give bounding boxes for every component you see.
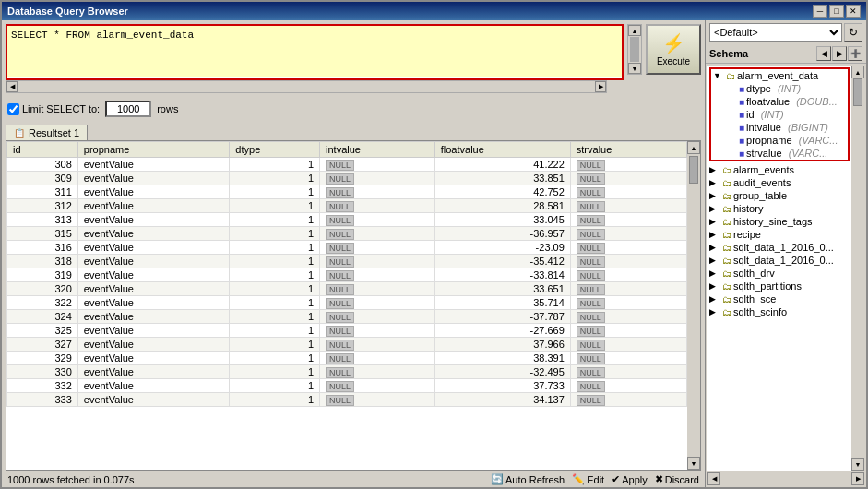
table-scroll-down[interactable]: ▼	[687, 457, 700, 470]
apply-action[interactable]: ✔ Apply	[612, 473, 648, 485]
table-label: sqlt_data_1_2016_0...	[733, 242, 834, 253]
tree-col-intvalue[interactable]: ■intvalue (BIGINT)	[724, 121, 848, 134]
tree-col-dtype[interactable]: ■dtype (INT)	[724, 82, 848, 95]
cell-propname: eventValue	[77, 213, 230, 227]
cell-id: 313	[7, 213, 78, 227]
query-input[interactable]	[7, 26, 622, 77]
schema-scroll-right[interactable]: ▶	[851, 472, 864, 485]
tree-table-sqlth_partitions[interactable]: ▶🗂sqlth_partitions	[707, 280, 851, 292]
tree-table-history_sine_tags[interactable]: ▶🗂history_sine_tags	[707, 215, 851, 228]
table-row[interactable]: 320eventValue1NULL33.651NULL	[7, 282, 687, 296]
schema-scroll-left[interactable]: ◀	[707, 472, 720, 485]
cell-floatvalue: 33.651	[434, 282, 570, 296]
table-scroll-up[interactable]: ▲	[687, 141, 700, 154]
cell-strvalue: NULL	[570, 296, 686, 310]
null-badge: NULL	[326, 187, 354, 198]
table-scroll[interactable]: id propname dtype intvalue floatvalue st…	[6, 141, 687, 470]
cell-floatvalue: 38.391	[434, 352, 570, 365]
tree-table-sqlth_drv[interactable]: ▶🗂sqlth_drv	[707, 267, 851, 280]
table-row[interactable]: 319eventValue1NULL-33.814NULL	[7, 268, 687, 282]
null-badge: NULL	[326, 243, 354, 254]
window-controls: ─ □ ✕	[813, 5, 861, 18]
table-row[interactable]: 308eventValue1NULL41.222NULL	[7, 158, 687, 172]
auto-refresh-action[interactable]: 🔄 Auto Refresh	[491, 473, 565, 485]
col-header-id: id	[7, 142, 78, 158]
limit-checkbox[interactable]	[7, 103, 19, 115]
schema-add-button[interactable]: ➕	[848, 46, 862, 61]
cell-strvalue: NULL	[570, 365, 686, 379]
minimize-button[interactable]: ─	[813, 5, 827, 18]
table-label: group_table	[733, 190, 787, 201]
schema-scroll-down[interactable]: ▼	[851, 458, 864, 471]
cell-strvalue: NULL	[570, 282, 686, 296]
table-row[interactable]: 325eventValue1NULL-27.669NULL	[7, 324, 687, 338]
alarm-event-data-group: ▼ 🗂 alarm_event_data ■dtype (INT) ■float…	[709, 67, 850, 161]
table-label: sqlth_scinfo	[733, 306, 787, 317]
vscroll-down-arrow[interactable]: ▼	[628, 63, 641, 74]
table-row[interactable]: 316eventValue1NULL-23.09NULL	[7, 241, 687, 255]
limit-checkbox-label[interactable]: Limit SELECT to:	[7, 103, 100, 115]
schema-scroll-up[interactable]: ▲	[851, 66, 864, 78]
schema-prev-button[interactable]: ◀	[816, 46, 831, 61]
limit-value-input[interactable]	[105, 101, 151, 117]
null-badge: NULL	[326, 215, 354, 226]
discard-icon: ✖	[655, 473, 663, 485]
cell-dtype: 1	[230, 282, 320, 296]
null-badge: NULL	[577, 284, 605, 295]
tree-table-sqlt_data_1_2016_0___[interactable]: ▶🗂sqlt_data_1_2016_0...	[707, 254, 851, 267]
cell-strvalue: NULL	[570, 241, 686, 255]
cell-strvalue: NULL	[570, 227, 686, 241]
table-row[interactable]: 333eventValue1NULL34.137NULL	[7, 393, 687, 407]
tree-col-floatvalue[interactable]: ■floatvalue (DOUB...	[724, 95, 848, 108]
execute-button[interactable]: ⚡ Execute	[646, 24, 701, 75]
maximize-button[interactable]: □	[829, 5, 844, 18]
table-row[interactable]: 322eventValue1NULL-35.714NULL	[7, 296, 687, 310]
hscroll-left-arrow[interactable]: ◀	[6, 81, 18, 92]
table-row[interactable]: 332eventValue1NULL37.733NULL	[7, 379, 687, 393]
table-row[interactable]: 311eventValue1NULL42.752NULL	[7, 185, 687, 199]
tree-table-group_table[interactable]: ▶🗂group_table	[707, 189, 851, 202]
status-bar: 1000 rows fetched in 0.077s 🔄 Auto Refre…	[2, 471, 705, 487]
query-box-wrapper: ◀ ▶ ▲ ▼	[6, 24, 701, 93]
cell-intvalue: NULL	[320, 213, 435, 227]
close-button[interactable]: ✕	[846, 5, 861, 18]
table-row[interactable]: 318eventValue1NULL-35.412NULL	[7, 255, 687, 268]
table-icon: 🗂	[722, 256, 731, 266]
tree-table-recipe[interactable]: ▶🗂recipe	[707, 228, 851, 241]
tree-col-strvalue[interactable]: ■strvalue (VARC...	[724, 147, 848, 160]
table-row[interactable]: 312eventValue1NULL28.581NULL	[7, 199, 687, 213]
table-row[interactable]: 315eventValue1NULL-36.957NULL	[7, 227, 687, 241]
cell-propname: eventValue	[77, 268, 230, 282]
table-row[interactable]: 313eventValue1NULL-33.045NULL	[7, 213, 687, 227]
auto-refresh-icon: 🔄	[491, 473, 504, 485]
cell-dtype: 1	[230, 172, 320, 185]
tree-col-propname[interactable]: ■propname (VARC...	[724, 134, 848, 147]
tree-table-sqlt_data_1_2016_0___[interactable]: ▶🗂sqlt_data_1_2016_0...	[707, 241, 851, 254]
schema-dropdown[interactable]: <Default>	[709, 23, 842, 42]
tree-table-sqlth_sce[interactable]: ▶🗂sqlth_sce	[707, 292, 851, 305]
tree-table-sqlth_scinfo[interactable]: ▶🗂sqlth_scinfo	[707, 305, 851, 318]
schema-toolbar: Schema ◀ ▶ ➕	[706, 44, 866, 64]
tree-table-history[interactable]: ▶🗂history	[707, 202, 851, 215]
tree-table-alarm_events[interactable]: ▶🗂alarm_events	[707, 163, 851, 176]
schema-next-button[interactable]: ▶	[832, 46, 847, 61]
table-row[interactable]: 327eventValue1NULL37.966NULL	[7, 338, 687, 352]
result-tab[interactable]: 📋 Resultset 1	[6, 125, 88, 140]
schema-refresh-button[interactable]: ↻	[844, 23, 862, 42]
discard-action[interactable]: ✖ Discard	[655, 473, 699, 485]
tree-item-alarm-event-data[interactable]: ▼ 🗂 alarm_event_data	[711, 69, 848, 82]
vscroll-up-arrow[interactable]: ▲	[628, 25, 641, 36]
edit-action[interactable]: ✏️ Edit	[572, 473, 604, 485]
table-row[interactable]: 309eventValue1NULL33.851NULL	[7, 172, 687, 185]
hscroll-right-arrow[interactable]: ▶	[595, 81, 606, 92]
table-row[interactable]: 324eventValue1NULL-37.787NULL	[7, 310, 687, 324]
tree-col-id[interactable]: ■id (INT)	[724, 108, 848, 121]
tree-table-audit_events[interactable]: ▶🗂audit_events	[707, 176, 851, 189]
table-row[interactable]: 329eventValue1NULL38.391NULL	[7, 352, 687, 365]
null-badge: NULL	[326, 312, 354, 323]
cell-floatvalue: -36.957	[434, 227, 570, 241]
cell-intvalue: NULL	[320, 282, 435, 296]
expand-icon: ▶	[709, 165, 720, 174]
table-row[interactable]: 330eventValue1NULL-32.495NULL	[7, 365, 687, 379]
cell-floatvalue: -35.714	[434, 296, 570, 310]
